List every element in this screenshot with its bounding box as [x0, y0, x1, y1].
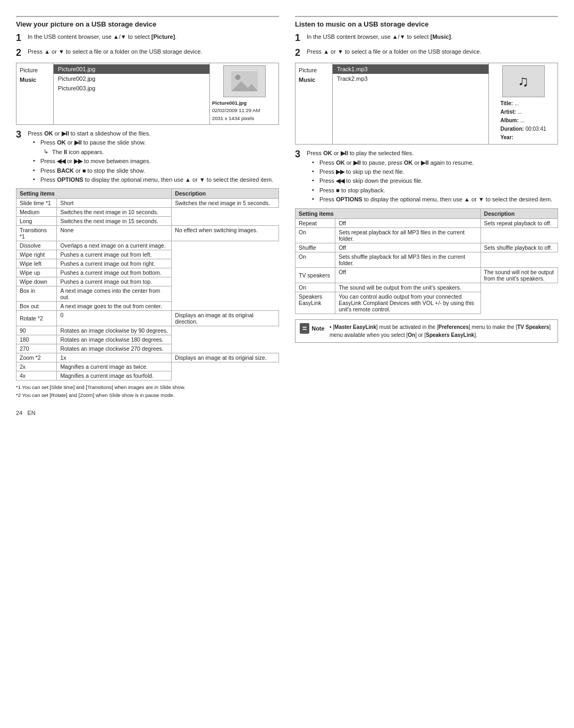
note-icon: =	[300, 323, 309, 334]
right-step1-text: In the USB content browser, use ▲/▼ to s…	[307, 32, 452, 41]
row-desc: Pushes a current image out from left.	[57, 250, 172, 259]
row-desc: Switches the next image in 10 seconds.	[57, 208, 172, 217]
row-desc: The sound will be output from the unit's…	[335, 283, 480, 292]
table-row: OnSets repeat playback for all MP3 files…	[296, 227, 558, 243]
table-row: ShuffleOffSets shuffle playback to off.	[296, 243, 558, 252]
row-item-label: Long	[16, 217, 57, 226]
sidebar-picture-right: Picture	[299, 65, 329, 75]
right-step1: 1 In the USB content browser, use ▲/▼ to…	[295, 32, 558, 44]
sidebar-picture: Picture	[20, 65, 50, 75]
left-footnotes: *1 You can set [Slide time] and [Transit…	[16, 384, 279, 399]
left-bullet-3: • Press BACK or ■ to stop the slide show…	[33, 167, 273, 175]
row-group-label: Zoom *2	[16, 353, 57, 362]
row-desc: Sets repeat playback to off.	[480, 218, 558, 227]
usb-preview-picture: Picture001.jpg 02/02/2009 11:29 AM 2031 …	[209, 63, 278, 124]
row-desc: Pushes a current image out from top.	[57, 277, 172, 286]
right-step2-text: Press ▲ or ▼ to select a file or a folde…	[307, 47, 482, 56]
row-item-label: Box out	[16, 302, 57, 311]
usb-files-picture: Picture001.jpg Picture002.jpg Picture003…	[54, 63, 209, 124]
settings-table-picture: Setting items Description Slide time *1S…	[16, 188, 279, 380]
row-item-label: On	[296, 252, 335, 267]
row-desc: Pushes a current image out from bottom.	[57, 268, 172, 277]
usb-browser-picture: Picture Music Picture001.jpg Picture002.…	[16, 63, 279, 125]
note-content: • [Master EasyLink] must be activated in…	[330, 323, 553, 339]
row-desc: Pushes a current image out from right.	[57, 259, 172, 268]
row-desc: Magnifies a current image as twice.	[57, 362, 172, 371]
note-label: Note	[311, 325, 324, 332]
table-row: Rotate *20Displays an image at its origi…	[16, 311, 279, 326]
row-item-label: Dissolve	[16, 241, 57, 250]
row-item-label: 1x	[57, 353, 172, 362]
row-group-label: TV speakers	[296, 267, 335, 283]
row-desc: You can control audio output from your c…	[335, 292, 480, 314]
table-row: Wipe leftPushes a current image out from…	[16, 259, 279, 268]
usb-track-1: Track1.mp3	[333, 64, 488, 74]
page-number: 24	[16, 410, 22, 416]
row-desc: Overlaps a next image on a current image…	[57, 241, 172, 250]
right-col-setting-items: Setting items	[296, 208, 481, 218]
row-item-label: Wipe up	[16, 268, 57, 277]
left-bullet-4: • Press OPTIONS to display the optional …	[33, 176, 273, 184]
left-step1-num: 1	[16, 32, 28, 44]
usb-browser-music: Picture Music Track1.mp3 Track2.mp3 ♫ Ti…	[295, 63, 558, 145]
row-item-label: Wipe down	[16, 277, 57, 286]
row-desc: The sound will not be output from the un…	[480, 267, 558, 283]
row-desc: Sets shuffle playback for all MP3 files …	[335, 252, 480, 267]
left-title: View your picture on a USB storage devic…	[16, 16, 279, 28]
left-step3-num: 3	[16, 129, 28, 141]
left-bullet-1: • Press OK or ▶II to pause the slide sho…	[33, 139, 273, 147]
preview-image	[223, 65, 266, 97]
row-desc: Switches the next image in 5 seconds.	[172, 199, 279, 208]
svg-point-1	[235, 75, 240, 80]
row-item-label: Wipe right	[16, 250, 57, 259]
settings-table-music: Setting items Description RepeatOffSets …	[295, 208, 558, 314]
row-item-label: Off	[335, 267, 480, 283]
left-section: View your picture on a USB storage devic…	[16, 11, 279, 399]
music-note-icon: ♫	[502, 65, 545, 97]
usb-file-2: Picture002.jpg	[54, 74, 209, 83]
usb-file-3: Picture003.jpg	[54, 83, 209, 93]
footnote-1: *1 You can set [Slide time] and [Transit…	[16, 384, 279, 391]
right-step3-text: Press OK or ▶II to play the selected fil…	[307, 150, 413, 156]
table-row: 270Rotates an image clockwise 270 degree…	[16, 344, 279, 353]
right-step2: 2 Press ▲ or ▼ to select a file or a fol…	[295, 47, 558, 59]
row-item-label: 180	[16, 335, 57, 344]
col-description: Description	[172, 189, 279, 199]
note-box: = Note • [Master EasyLink] must be activ…	[295, 319, 558, 343]
row-item-label: None	[57, 226, 172, 241]
row-item-label: Off	[335, 243, 480, 252]
row-item-label: Wipe left	[16, 259, 57, 268]
usb-files-music: Track1.mp3 Track2.mp3	[333, 63, 488, 144]
left-sub-bullet-1: ↳ The II icon appears.	[33, 148, 273, 156]
row-group-label: Slide time *1	[16, 199, 57, 208]
right-bullets: • Press OK or ▶II to pause, press OK or …	[307, 159, 552, 204]
usb-track-2: Track2.mp3	[333, 74, 488, 83]
row-item-label: On	[296, 283, 335, 292]
row-desc: Rotates an image clockwise 180 degrees.	[57, 335, 172, 344]
left-step2-text: Press ▲ or ▼ to select a file or a folde…	[28, 47, 202, 56]
table-row: Box outA next image goes to the out from…	[16, 302, 279, 311]
right-section: Listen to music on a USB storage device …	[295, 11, 558, 399]
row-desc: Displays an image at its original direct…	[172, 311, 279, 326]
track-info: Title: ... Artist: ... Album: ... Durati…	[500, 99, 546, 142]
row-item-label: 4x	[16, 371, 57, 380]
table-row: 2xMagnifies a current image as twice.	[16, 362, 279, 371]
right-bullet-5: • Press OPTIONS to display the optional …	[312, 196, 552, 204]
table-row: OnSets shuffle playback for all MP3 file…	[296, 252, 558, 267]
right-step1-num: 1	[295, 32, 307, 44]
table-row: Slide time *1ShortSwitches the next imag…	[16, 199, 279, 208]
row-desc: Displays an image at its original size.	[172, 353, 279, 362]
row-item-label: On	[296, 227, 335, 243]
col-setting-items: Setting items	[16, 189, 172, 199]
row-item-label: 2x	[16, 362, 57, 371]
usb-preview-music: ♫ Title: ... Artist: ... Album: ... Dura…	[488, 63, 558, 144]
row-desc: A next image goes to the out from center…	[57, 302, 172, 311]
row-group-label: Repeat	[296, 218, 335, 227]
table-row: Box inA next image comes into the center…	[16, 286, 279, 302]
row-group-label: Shuffle	[296, 243, 335, 252]
right-title: Listen to music on a USB storage device	[295, 16, 558, 28]
right-bullet-1: • Press OK or ▶II to pause, press OK or …	[312, 159, 552, 167]
right-bullet-2: • Press ▶▶ to skip up the next file.	[312, 168, 552, 176]
table-row: Speakers EasyLinkYou can control audio o…	[296, 292, 558, 314]
table-row: OnThe sound will be output from the unit…	[296, 283, 558, 292]
